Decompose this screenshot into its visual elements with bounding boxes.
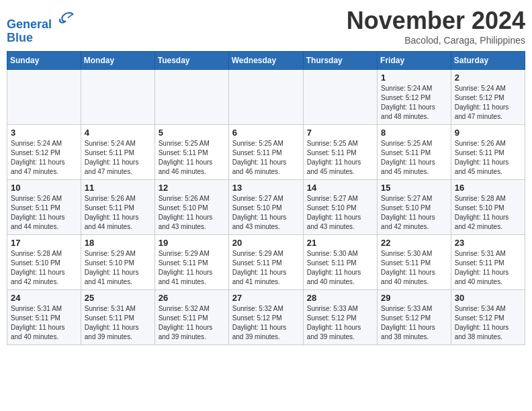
day-info: Sunrise: 5:25 AMSunset: 5:11 PMDaylight:… <box>159 139 225 177</box>
calendar-week-2: 3Sunrise: 5:24 AMSunset: 5:12 PMDaylight… <box>7 125 525 180</box>
day-info: Sunrise: 5:33 AMSunset: 5:12 PMDaylight:… <box>307 304 373 342</box>
day-number: 19 <box>159 238 225 248</box>
calendar-cell: 3Sunrise: 5:24 AMSunset: 5:12 PMDaylight… <box>7 125 81 180</box>
day-number: 22 <box>381 238 447 248</box>
calendar-header: SundayMondayTuesdayWednesdayThursdayFrid… <box>7 52 525 70</box>
day-number: 6 <box>232 128 300 138</box>
calendar-cell: 13Sunrise: 5:27 AMSunset: 5:10 PMDayligh… <box>228 180 303 235</box>
day-info: Sunrise: 5:24 AMSunset: 5:12 PMDaylight:… <box>381 84 447 122</box>
calendar-cell: 29Sunrise: 5:33 AMSunset: 5:12 PMDayligh… <box>378 290 451 345</box>
calendar-cell: 20Sunrise: 5:29 AMSunset: 5:11 PMDayligh… <box>228 235 303 290</box>
day-info: Sunrise: 5:32 AMSunset: 5:11 PMDaylight:… <box>159 304 225 342</box>
day-number: 3 <box>11 128 77 138</box>
weekday-header-sunday: Sunday <box>7 52 81 70</box>
calendar-cell <box>7 70 81 125</box>
logo: General Blue <box>7 9 75 45</box>
day-number: 21 <box>307 238 373 248</box>
calendar-table: SundayMondayTuesdayWednesdayThursdayFrid… <box>7 51 525 345</box>
day-number: 15 <box>381 183 447 193</box>
calendar-cell <box>81 70 154 125</box>
calendar-cell <box>228 70 303 125</box>
calendar-week-1: 1Sunrise: 5:24 AMSunset: 5:12 PMDaylight… <box>7 70 525 125</box>
day-info: Sunrise: 5:32 AMSunset: 5:12 PMDaylight:… <box>232 304 300 342</box>
day-info: Sunrise: 5:25 AMSunset: 5:11 PMDaylight:… <box>307 139 373 177</box>
month-title: November 2024 <box>347 7 525 35</box>
day-number: 27 <box>232 293 300 303</box>
calendar-cell: 26Sunrise: 5:32 AMSunset: 5:11 PMDayligh… <box>154 290 228 345</box>
day-info: Sunrise: 5:34 AMSunset: 5:12 PMDaylight:… <box>455 304 521 342</box>
weekday-header-tuesday: Tuesday <box>154 52 228 70</box>
page-header: General Blue November 2024 Bacolod, Cara… <box>7 7 525 46</box>
day-info: Sunrise: 5:24 AMSunset: 5:12 PMDaylight:… <box>11 139 77 177</box>
day-info: Sunrise: 5:24 AMSunset: 5:11 PMDaylight:… <box>85 139 151 177</box>
day-number: 17 <box>11 238 77 248</box>
day-info: Sunrise: 5:28 AMSunset: 5:10 PMDaylight:… <box>455 194 521 232</box>
calendar-cell: 21Sunrise: 5:30 AMSunset: 5:11 PMDayligh… <box>303 235 377 290</box>
day-info: Sunrise: 5:26 AMSunset: 5:11 PMDaylight:… <box>455 139 521 177</box>
calendar-cell: 8Sunrise: 5:25 AMSunset: 5:11 PMDaylight… <box>378 125 451 180</box>
weekday-header-wednesday: Wednesday <box>228 52 303 70</box>
day-number: 5 <box>159 128 225 138</box>
day-info: Sunrise: 5:31 AMSunset: 5:11 PMDaylight:… <box>455 249 521 287</box>
calendar-week-3: 10Sunrise: 5:26 AMSunset: 5:11 PMDayligh… <box>7 180 525 235</box>
logo-bird-icon <box>56 9 75 28</box>
day-number: 8 <box>381 128 447 138</box>
calendar-cell: 15Sunrise: 5:27 AMSunset: 5:10 PMDayligh… <box>378 180 451 235</box>
day-number: 25 <box>85 293 151 303</box>
day-number: 23 <box>455 238 521 248</box>
calendar-cell: 1Sunrise: 5:24 AMSunset: 5:12 PMDaylight… <box>378 70 451 125</box>
calendar-cell: 18Sunrise: 5:29 AMSunset: 5:10 PMDayligh… <box>81 235 154 290</box>
calendar-cell: 25Sunrise: 5:31 AMSunset: 5:11 PMDayligh… <box>81 290 154 345</box>
day-number: 7 <box>307 128 373 138</box>
calendar-cell: 28Sunrise: 5:33 AMSunset: 5:12 PMDayligh… <box>303 290 377 345</box>
day-info: Sunrise: 5:25 AMSunset: 5:11 PMDaylight:… <box>381 139 447 177</box>
weekday-header-thursday: Thursday <box>303 52 377 70</box>
calendar-week-5: 24Sunrise: 5:31 AMSunset: 5:11 PMDayligh… <box>7 290 525 345</box>
day-number: 26 <box>159 293 225 303</box>
calendar-cell: 10Sunrise: 5:26 AMSunset: 5:11 PMDayligh… <box>7 180 81 235</box>
calendar-cell <box>303 70 377 125</box>
day-info: Sunrise: 5:30 AMSunset: 5:11 PMDaylight:… <box>307 249 373 287</box>
day-info: Sunrise: 5:29 AMSunset: 5:11 PMDaylight:… <box>159 249 225 287</box>
logo-general: General <box>7 17 52 31</box>
day-number: 29 <box>381 293 447 303</box>
calendar-cell: 12Sunrise: 5:26 AMSunset: 5:10 PMDayligh… <box>154 180 228 235</box>
day-info: Sunrise: 5:27 AMSunset: 5:10 PMDaylight:… <box>307 194 373 232</box>
day-info: Sunrise: 5:27 AMSunset: 5:10 PMDaylight:… <box>381 194 447 232</box>
calendar-cell: 16Sunrise: 5:28 AMSunset: 5:10 PMDayligh… <box>451 180 525 235</box>
day-number: 12 <box>159 183 225 193</box>
day-number: 11 <box>85 183 151 193</box>
weekday-header-row: SundayMondayTuesdayWednesdayThursdayFrid… <box>7 52 525 70</box>
day-number: 28 <box>307 293 373 303</box>
day-number: 9 <box>455 128 521 138</box>
day-number: 16 <box>455 183 521 193</box>
calendar-body: 1Sunrise: 5:24 AMSunset: 5:12 PMDaylight… <box>7 70 525 345</box>
day-number: 24 <box>11 293 77 303</box>
calendar-cell: 4Sunrise: 5:24 AMSunset: 5:11 PMDaylight… <box>81 125 154 180</box>
day-info: Sunrise: 5:25 AMSunset: 5:11 PMDaylight:… <box>232 139 300 177</box>
day-number: 13 <box>232 183 300 193</box>
calendar-cell: 27Sunrise: 5:32 AMSunset: 5:12 PMDayligh… <box>228 290 303 345</box>
day-info: Sunrise: 5:26 AMSunset: 5:10 PMDaylight:… <box>159 194 225 232</box>
weekday-header-monday: Monday <box>81 52 154 70</box>
day-info: Sunrise: 5:33 AMSunset: 5:12 PMDaylight:… <box>381 304 447 342</box>
calendar-cell: 9Sunrise: 5:26 AMSunset: 5:11 PMDaylight… <box>451 125 525 180</box>
calendar-cell <box>154 70 228 125</box>
day-number: 18 <box>85 238 151 248</box>
day-info: Sunrise: 5:31 AMSunset: 5:11 PMDaylight:… <box>11 304 77 342</box>
calendar-cell: 14Sunrise: 5:27 AMSunset: 5:10 PMDayligh… <box>303 180 377 235</box>
day-number: 20 <box>232 238 300 248</box>
calendar-cell: 11Sunrise: 5:26 AMSunset: 5:11 PMDayligh… <box>81 180 154 235</box>
calendar-cell: 24Sunrise: 5:31 AMSunset: 5:11 PMDayligh… <box>7 290 81 345</box>
calendar-cell: 23Sunrise: 5:31 AMSunset: 5:11 PMDayligh… <box>451 235 525 290</box>
title-block: November 2024 Bacolod, Caraga, Philippin… <box>347 7 525 46</box>
logo-blue: Blue <box>7 31 33 44</box>
calendar-cell: 6Sunrise: 5:25 AMSunset: 5:11 PMDaylight… <box>228 125 303 180</box>
day-info: Sunrise: 5:24 AMSunset: 5:12 PMDaylight:… <box>455 84 521 122</box>
calendar-cell: 30Sunrise: 5:34 AMSunset: 5:12 PMDayligh… <box>451 290 525 345</box>
calendar-cell: 22Sunrise: 5:30 AMSunset: 5:11 PMDayligh… <box>378 235 451 290</box>
day-info: Sunrise: 5:27 AMSunset: 5:10 PMDaylight:… <box>232 194 300 232</box>
day-number: 2 <box>455 73 521 83</box>
calendar-cell: 17Sunrise: 5:28 AMSunset: 5:10 PMDayligh… <box>7 235 81 290</box>
calendar-cell: 5Sunrise: 5:25 AMSunset: 5:11 PMDaylight… <box>154 125 228 180</box>
